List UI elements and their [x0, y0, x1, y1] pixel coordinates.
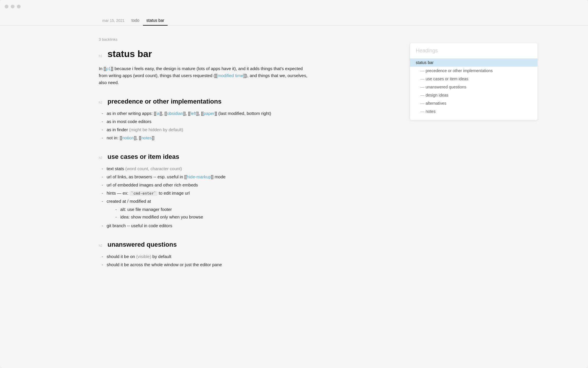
link-notion[interactable]: notion	[122, 135, 134, 140]
list-item-text: created at / modified at - alt: use file…	[107, 198, 308, 221]
h2-unanswered-container: h2 unanswered questions	[99, 241, 308, 248]
bullet: -	[102, 261, 103, 268]
h1-container: h1 status bar	[99, 49, 308, 59]
list-item: - hints — ex: `cmd-enter` to edit image …	[102, 190, 308, 197]
bullet: -	[115, 214, 117, 221]
bullet: -	[102, 198, 103, 205]
list-item: - git branch -- useful in code editors	[102, 222, 308, 229]
headings-panel-title: Headings	[410, 43, 537, 56]
list-item-text: url of embedded images and other rich em…	[107, 182, 308, 189]
main-heading: status bar	[107, 49, 152, 59]
headings-item-status-bar[interactable]: status bar	[410, 58, 537, 67]
heading-unanswered: unanswered questions	[107, 241, 177, 248]
headings-item-precedence[interactable]: precedence or other implementations	[410, 67, 537, 75]
headings-list: status bar precedence or other implement…	[410, 56, 537, 120]
h2-usecases-container: h2 use cases or item ideas	[99, 153, 308, 161]
link-obsidian[interactable]: obsidian	[167, 111, 183, 116]
link-p1[interactable]: p1	[106, 66, 111, 71]
bullet: -	[115, 206, 117, 213]
content-area: 3 backlinks h1 status bar In [[p1]] beca…	[0, 26, 588, 368]
sub-list-item: - idea: show modified only when you brow…	[115, 214, 308, 221]
list-item: - url of links, as browsers -- esp. usef…	[102, 173, 308, 180]
minimize-button[interactable]	[11, 5, 15, 8]
link-ia[interactable]: ia	[156, 111, 160, 116]
tab-todo[interactable]: todo	[128, 16, 143, 26]
list-item: - as in most code editors	[102, 118, 308, 125]
list-item: - text stats (word count, character coun…	[102, 165, 308, 172]
list-item-text: as in most code editors	[107, 118, 308, 125]
bullet: -	[102, 165, 103, 172]
tab-date[interactable]: mar 15, 2021	[99, 16, 128, 26]
bullet: -	[102, 110, 103, 117]
tabs-bar: mar 15, 2021 todo status bar	[0, 13, 588, 26]
list-item: - should it be across the whole window o…	[102, 261, 308, 268]
bullet: -	[102, 222, 103, 229]
h2-label-3: h2	[99, 244, 105, 247]
link-modified-time[interactable]: modified time	[218, 73, 243, 78]
list-item-text: hints — ex: `cmd-enter` to edit image ur…	[107, 190, 308, 197]
bullet: -	[102, 173, 103, 180]
list-item: - created at / modified at - alt: use fi…	[102, 198, 308, 221]
list-item-text: not in: [[notion]], [[notes]]	[107, 134, 308, 141]
headings-item-notes[interactable]: notes	[410, 107, 537, 115]
sub-list: - alt: use file manager footer - idea: s…	[107, 206, 308, 221]
headings-item-alternatives[interactable]: alternatives	[410, 99, 537, 107]
titlebar	[0, 0, 588, 13]
editor-area: 3 backlinks h1 status bar In [[p1]] beca…	[0, 26, 407, 368]
list-item-text: should it be across the whole window or …	[107, 261, 308, 268]
heading-usecases: use cases or item ideas	[107, 153, 179, 161]
right-panel-area: Headings status bar precedence or other …	[407, 26, 546, 368]
link-notes[interactable]: notes	[141, 135, 152, 140]
backlinks[interactable]: 3 backlinks	[99, 37, 308, 42]
heading-precedence: precedence or other implementations	[107, 98, 221, 105]
list-usecases: - text stats (word count, character coun…	[99, 165, 308, 229]
list-item: - as in other writing apps: [[ia]], [[ob…	[102, 110, 308, 117]
headings-item-unanswered[interactable]: unanswered questions	[410, 83, 537, 91]
link-paper[interactable]: paper	[204, 111, 215, 116]
list-unanswered: - should it be on (visible) by default -…	[99, 253, 308, 268]
tab-status-bar[interactable]: status bar	[143, 16, 168, 26]
bullet: -	[102, 134, 103, 141]
link-left[interactable]: left	[191, 111, 196, 116]
headings-item-usecases[interactable]: use cases or item ideas	[410, 75, 537, 83]
h2-label-2: h2	[99, 156, 105, 159]
sub-list-item: - alt: use file manager footer	[115, 206, 308, 213]
h2-precedence-container: h2 precedence or other implementations	[99, 98, 308, 105]
headings-item-design[interactable]: design ideas	[410, 91, 537, 99]
maximize-button[interactable]	[17, 5, 21, 8]
list-item-text: idea: show modified only when you browse	[120, 214, 308, 221]
bullet: -	[102, 126, 103, 133]
list-item-text: git branch -- useful in code editors	[107, 222, 308, 229]
window: mar 15, 2021 todo status bar 3 backlinks…	[0, 0, 588, 368]
list-item-text: text stats (word count, character count)	[107, 165, 308, 172]
code-cmd-enter: `cmd-enter`	[130, 191, 157, 196]
list-item: - as in finder (might be hidden by defau…	[102, 126, 308, 133]
list-item-text: alt: use file manager footer	[120, 206, 308, 213]
list-precedence: - as in other writing apps: [[ia]], [[ob…	[99, 110, 308, 141]
h2-label-1: h2	[99, 101, 105, 104]
headings-panel: Headings status bar precedence or other …	[410, 43, 537, 120]
list-item: - url of embedded images and other rich …	[102, 182, 308, 189]
list-item: - not in: [[notion]], [[notes]]	[102, 134, 308, 141]
traffic-lights	[5, 5, 21, 8]
main-content: mar 15, 2021 todo status bar 3 backlinks…	[0, 13, 588, 368]
intro-paragraph: In [[p1]] because i feels easy, the desi…	[99, 65, 308, 86]
list-item-text: as in other writing apps: [[ia]], [[obsi…	[107, 110, 308, 117]
bullet: -	[102, 190, 103, 197]
list-item-text: as in finder (might be hidden by default…	[107, 126, 308, 133]
list-item-text: url of links, as browsers -- esp. useful…	[107, 173, 308, 180]
bullet: -	[102, 118, 103, 125]
list-item: - should it be on (visible) by default	[102, 253, 308, 260]
link-hide-markup[interactable]: hide-markup	[187, 174, 211, 179]
h1-label: h1	[99, 54, 105, 58]
bullet: -	[102, 253, 103, 260]
bullet: -	[102, 182, 103, 189]
close-button[interactable]	[5, 5, 8, 8]
list-item-text: should it be on (visible) by default	[107, 253, 308, 260]
